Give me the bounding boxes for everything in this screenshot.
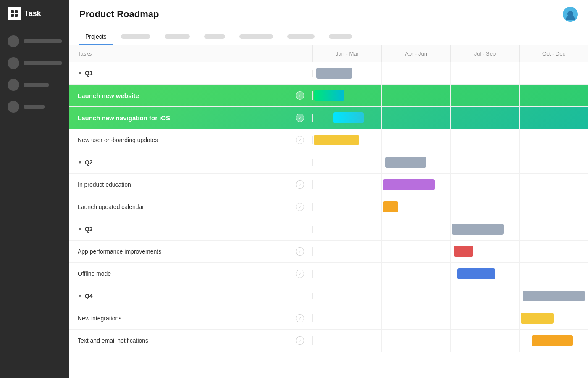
sidebar-item-4[interactable] [0,97,69,117]
q1-period-apr [382,62,451,84]
tab-pill-2 [121,34,150,39]
group-q4[interactable]: ▼ Q4 [69,285,588,307]
q1-label: ▼ Q1 [78,70,93,77]
ed-p3 [451,174,520,196]
q3-bar-area [313,218,588,240]
email-label: Text and email notifications [78,337,148,344]
avatar[interactable] [563,7,578,22]
q4-label-cell: ▼ Q4 [69,293,313,299]
gantt-header: Tasks Jan - Mar Apr - Jun Jul - Sep Oct … [69,45,588,62]
launch-nav-bar-area [313,107,588,129]
sidebar-item-3[interactable] [0,75,69,95]
q3-group-bar [452,224,503,235]
period-q2: Apr - Jun [382,45,451,62]
q1-group-bar [316,68,352,79]
task-integrations[interactable]: New integrations ✓ [69,307,588,330]
q3-p1 [313,218,382,240]
task-performance[interactable]: App performance improvements ✓ [69,241,588,263]
q4-collapse-arrow[interactable]: ▼ [78,293,82,299]
off-p1 [313,263,382,285]
task-education[interactable]: In product education ✓ [69,174,588,196]
page-title: Product Roadmap [79,9,159,20]
education-bar-area [313,174,588,196]
q2-label: ▼ Q2 [78,159,93,166]
ln-p3 [451,107,520,129]
q1-period-jan [313,62,382,84]
email-check: ✓ [296,336,304,345]
task-email[interactable]: Text and email notifications ✓ [69,330,588,352]
launch-website-check: ✓ [296,91,304,100]
integrations-bar-area [313,307,588,329]
q1-period-oct [520,62,588,84]
off-p3 [451,263,520,285]
q3-collapse-arrow[interactable]: ▼ [78,227,82,232]
cal-p1 [313,196,382,218]
calendar-cell: Launch updated calendar ✓ [69,203,313,211]
em-p2 [382,330,451,352]
tasks-column-header: Tasks [69,45,313,62]
em-p1 [313,330,382,352]
task-offline[interactable]: Offline mode ✓ [69,263,588,285]
q2-collapse-arrow[interactable]: ▼ [78,160,82,165]
tab-7[interactable] [323,30,358,44]
offline-label: Offline mode [78,270,111,277]
offline-cell: Offline mode ✓ [69,270,313,278]
cal-p4 [520,196,588,218]
performance-bar-area [313,241,588,262]
group-q1[interactable]: ▼ Q1 [69,62,588,85]
em-p4 [520,330,588,352]
task-calendar[interactable]: Launch updated calendar ✓ [69,196,588,218]
performance-cell: App performance improvements ✓ [69,247,313,256]
nav-dot-2 [8,57,19,69]
tab-pill-6 [287,34,315,39]
offline-bar-area [313,263,588,285]
tabs-bar: Projects [69,29,588,45]
app-logo[interactable]: Task [0,0,69,27]
task-launch-nav[interactable]: Launch new navigation for iOS ✓ [69,107,588,129]
nav-dot-4 [8,101,19,113]
q4-p2 [382,285,451,307]
sidebar-item-2[interactable] [0,53,69,73]
task-launch-website[interactable]: Launch new website ✓ [69,85,588,107]
svg-rect-1 [15,10,18,13]
tab-3[interactable] [159,30,196,44]
calendar-check: ✓ [296,203,304,211]
launch-website-label: Launch new website [78,92,139,99]
email-bar [532,335,573,346]
sidebar-item-1[interactable] [0,31,69,51]
task-onboarding[interactable]: New user on-boarding updates ✓ [69,129,588,151]
int-p1 [313,307,382,329]
tab-4[interactable] [198,30,231,44]
off-p2 [382,263,451,285]
onboarding-cell: New user on-boarding updates ✓ [69,136,313,144]
cal-p2 [382,196,451,218]
content-area: Tasks Jan - Mar Apr - Jun Jul - Sep Oct … [69,45,588,378]
performance-label: App performance improvements [78,248,161,255]
launch-website-bar [314,90,344,101]
q1-collapse-arrow[interactable]: ▼ [78,71,82,76]
tab-2[interactable] [115,30,156,44]
nav-line-3 [24,83,49,87]
svg-rect-3 [15,14,18,17]
onboarding-bar-area [313,129,588,151]
launch-nav-label: Launch new navigation for iOS [78,114,170,122]
q2-p3 [451,151,520,173]
tab-6[interactable] [281,30,320,44]
q2-p1 [313,151,382,173]
tab-5[interactable] [234,30,279,44]
sidebar: Task [0,0,69,378]
group-q3[interactable]: ▼ Q3 [69,218,588,241]
q2-label-cell: ▼ Q2 [69,159,313,166]
ob-p2 [382,129,451,151]
launch-website-bar-area [313,85,588,106]
int-p4 [520,307,588,329]
tab-projects[interactable]: Projects [79,29,113,45]
int-p3 [451,307,520,329]
q3-p2 [382,218,451,240]
onboarding-check: ✓ [296,136,304,144]
header: Product Roadmap [69,0,588,29]
logo-text: Task [24,9,41,18]
group-q2[interactable]: ▼ Q2 [69,151,588,174]
q4-p3 [451,285,520,307]
integrations-label: New integrations [78,315,121,322]
